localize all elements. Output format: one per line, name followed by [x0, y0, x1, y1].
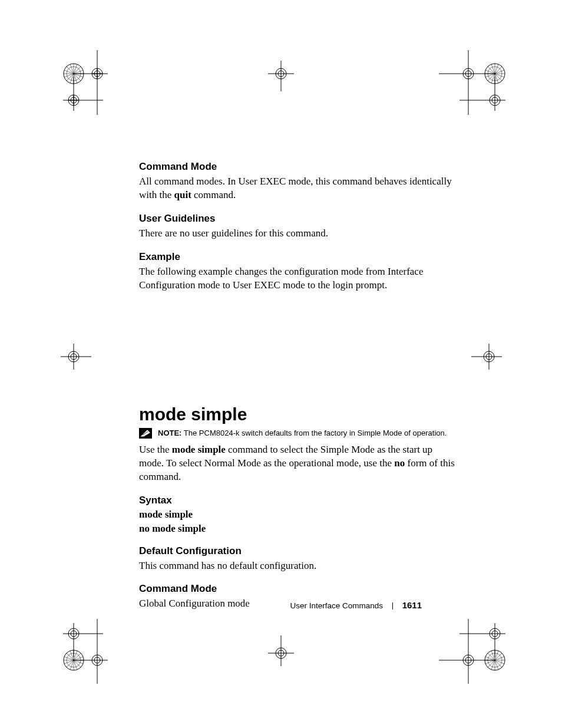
body-text: Use the mode simple command to select th…: [139, 443, 457, 484]
heading-default-configuration: Default Configuration: [139, 545, 457, 557]
crop-mark-icon: [44, 604, 109, 687]
footer-separator: [392, 602, 393, 610]
note-row: NOTE: The PCM8024-k switch defaults from…: [139, 428, 457, 439]
bold-text: no: [394, 457, 405, 469]
crop-mark-icon: [44, 44, 109, 127]
text: Use the: [139, 444, 172, 455]
heading-command-mode: Command Mode: [139, 583, 457, 595]
text: command.: [191, 189, 236, 200]
body-text: There are no user guidelines for this co…: [139, 227, 457, 241]
body-text: All command modes. In User EXEC mode, th…: [139, 175, 457, 202]
heading-command-mode: Command Mode: [139, 161, 457, 173]
crop-mark-icon: [266, 635, 296, 671]
section-title-mode-simple: mode simple: [139, 404, 457, 424]
crop-mark-icon: [471, 342, 507, 377]
note-label: NOTE:: [158, 429, 181, 437]
note-text: NOTE: The PCM8024-k switch defaults from…: [158, 429, 447, 437]
page: Command Mode All command modes. In User …: [0, 0, 562, 728]
page-content: Command Mode All command modes. In User …: [139, 150, 457, 617]
note-icon: [139, 428, 152, 439]
bold-text: quit: [174, 189, 191, 200]
body-text: The following example changes the config…: [139, 265, 457, 292]
heading-example: Example: [139, 251, 457, 263]
bold-text: mode simple: [172, 444, 226, 455]
syntax-line: mode simple: [139, 509, 457, 521]
page-footer: User Interface Commands 1611: [139, 600, 422, 610]
crop-mark-icon: [266, 59, 296, 94]
heading-user-guidelines: User Guidelines: [139, 213, 457, 225]
crop-mark-icon: [436, 44, 518, 127]
crop-mark-icon: [59, 342, 94, 377]
heading-syntax: Syntax: [139, 495, 457, 506]
note-body: The PCM8024-k switch defaults from the f…: [181, 429, 447, 437]
footer-section: User Interface Commands: [290, 601, 384, 610]
page-number: 1611: [402, 600, 422, 610]
syntax-line: no mode simple: [139, 523, 457, 535]
body-text: This command has no default configuratio…: [139, 559, 457, 573]
